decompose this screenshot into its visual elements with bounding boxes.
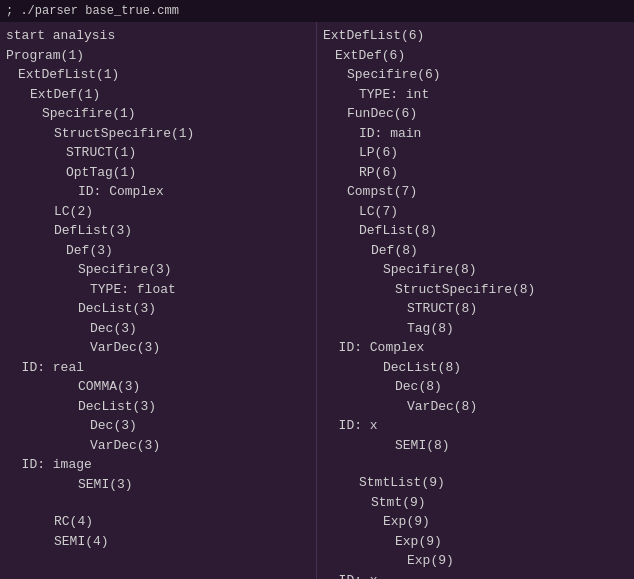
left-code-line: DecList(3)	[6, 299, 310, 319]
left-code-line: SEMI(3)	[6, 475, 310, 495]
right-code-line: Stmt(9)	[323, 493, 628, 513]
left-code-line: DefList(3)	[6, 221, 310, 241]
right-code-line: SEMI(8)	[323, 436, 628, 456]
left-code-line: ID: Complex	[6, 182, 310, 202]
left-code-line: SEMI(4)	[6, 532, 310, 552]
left-code-line: STRUCT(1)	[6, 143, 310, 163]
left-code-line: Def(3)	[6, 241, 310, 261]
right-code-line: Specifire(8)	[323, 260, 628, 280]
right-panel: ExtDefList(6)ExtDef(6)Specifire(6)TYPE: …	[317, 22, 634, 579]
right-code-line: ID: Complex	[323, 338, 628, 358]
right-code-line: Tag(8)	[323, 319, 628, 339]
right-code-line: ID: x	[323, 571, 628, 580]
right-code-line: Exp(9)	[323, 512, 628, 532]
right-code-line: Compst(7)	[323, 182, 628, 202]
left-code-line: ExtDef(1)	[6, 85, 310, 105]
right-code-line: ExtDefList(6)	[323, 26, 628, 46]
right-code-line: Dec(8)	[323, 377, 628, 397]
right-code-line: Exp(9)	[323, 532, 628, 552]
right-code-line: ExtDef(6)	[323, 46, 628, 66]
right-code-line: RP(6)	[323, 163, 628, 183]
left-code-line: ID: real	[6, 358, 310, 378]
left-code-line: VarDec(3)	[6, 436, 310, 456]
right-code-line: StmtList(9)	[323, 473, 628, 493]
left-code-line: Specifire(3)	[6, 260, 310, 280]
right-code-line: LC(7)	[323, 202, 628, 222]
command-text: ; ./parser base_true.cmm	[6, 4, 179, 18]
empty-line	[6, 494, 310, 512]
right-code-line: Exp(9)	[323, 551, 628, 571]
right-code-line: TYPE: int	[323, 85, 628, 105]
left-code-line: Dec(3)	[6, 416, 310, 436]
right-code-line: StructSpecifire(8)	[323, 280, 628, 300]
main-content: start analysisProgram(1)ExtDefList(1)Ext…	[0, 22, 634, 579]
top-bar: ; ./parser base_true.cmm	[0, 0, 634, 22]
left-code-line: VarDec(3)	[6, 338, 310, 358]
left-code-line: Program(1)	[6, 46, 310, 66]
right-code-line: VarDec(8)	[323, 397, 628, 417]
right-code-line: DecList(8)	[323, 358, 628, 378]
right-code-line: FunDec(6)	[323, 104, 628, 124]
left-code-line: ExtDefList(1)	[6, 65, 310, 85]
left-code-line: COMMA(3)	[6, 377, 310, 397]
right-code-line: ID: x	[323, 416, 628, 436]
right-code-line: Def(8)	[323, 241, 628, 261]
left-panel: start analysisProgram(1)ExtDefList(1)Ext…	[0, 22, 317, 579]
left-code-line: LC(2)	[6, 202, 310, 222]
left-code-line: Dec(3)	[6, 319, 310, 339]
left-code-line: RC(4)	[6, 512, 310, 532]
empty-line	[323, 455, 628, 473]
right-code-line: ID: main	[323, 124, 628, 144]
right-code-line: LP(6)	[323, 143, 628, 163]
left-code-line: ID: image	[6, 455, 310, 475]
left-code-line: Specifire(1)	[6, 104, 310, 124]
right-code-line: DefList(8)	[323, 221, 628, 241]
left-code-line: StructSpecifire(1)	[6, 124, 310, 144]
left-code-line: DecList(3)	[6, 397, 310, 417]
left-code-line: TYPE: float	[6, 280, 310, 300]
right-code-line: Specifire(6)	[323, 65, 628, 85]
left-code-line: start analysis	[6, 26, 310, 46]
left-code-line: OptTag(1)	[6, 163, 310, 183]
right-code-line: STRUCT(8)	[323, 299, 628, 319]
